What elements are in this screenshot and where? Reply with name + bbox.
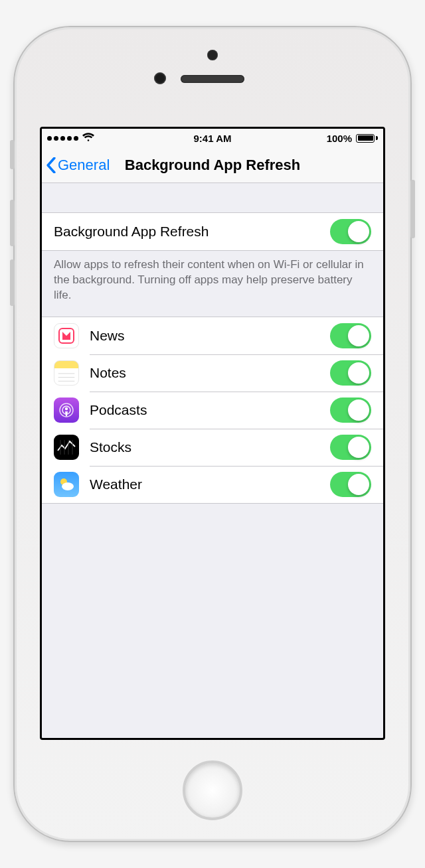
app-row-news: News [42, 317, 383, 354]
back-label: General [58, 157, 110, 174]
bottom-bezel [183, 740, 242, 841]
power-button [410, 180, 415, 238]
sensor-dot [207, 50, 218, 60]
earpiece-speaker [181, 75, 244, 83]
app-toggle-stocks[interactable] [330, 435, 371, 460]
notes-icon [54, 360, 79, 386]
svg-point-12 [62, 482, 74, 490]
app-label: Stocks [90, 439, 330, 455]
news-icon [54, 323, 79, 348]
chevron-left-icon [46, 157, 56, 173]
app-row-weather: Weather [42, 466, 383, 503]
volume-down-button [10, 259, 15, 306]
app-toggle-notes[interactable] [330, 360, 371, 386]
battery-icon [356, 134, 378, 143]
app-row-notes: Notes [42, 354, 383, 392]
app-label: Weather [90, 476, 330, 492]
battery-percent: 100% [327, 133, 352, 144]
status-bar: 9:41 AM 100% [42, 129, 383, 147]
apps-group: News Notes Podcasts [42, 317, 383, 504]
master-toggle-group: Background App Refresh [42, 212, 383, 251]
app-label: Podcasts [90, 402, 330, 418]
top-bezel [15, 27, 410, 127]
app-row-podcasts: Podcasts [42, 392, 383, 429]
home-button[interactable] [183, 760, 242, 820]
iphone-device-frame: 9:41 AM 100% General Background App Refr… [13, 26, 412, 842]
group-footer-text: Allow apps to refresh their content when… [42, 251, 383, 317]
wifi-icon [82, 133, 94, 144]
volume-up-button [10, 200, 15, 246]
screen: 9:41 AM 100% General Background App Refr… [40, 127, 385, 740]
navigation-bar: General Background App Refresh [42, 147, 383, 183]
app-label: Notes [90, 365, 330, 381]
app-row-stocks: Stocks [42, 429, 383, 466]
master-toggle-row: Background App Refresh [42, 213, 383, 250]
status-time: 9:41 AM [194, 133, 232, 144]
podcasts-icon [54, 398, 79, 423]
page-title: Background App Refresh [125, 157, 300, 174]
mute-switch [10, 140, 15, 169]
svg-point-6 [65, 407, 68, 410]
master-toggle[interactable] [330, 219, 371, 244]
back-button[interactable]: General [46, 157, 110, 174]
weather-icon [54, 472, 79, 497]
app-toggle-weather[interactable] [330, 472, 371, 497]
cellular-signal-icon [47, 136, 78, 141]
front-camera [154, 72, 166, 84]
app-toggle-news[interactable] [330, 323, 371, 348]
stocks-icon [54, 435, 79, 460]
app-label: News [90, 328, 330, 344]
app-toggle-podcasts[interactable] [330, 398, 371, 423]
master-toggle-label: Background App Refresh [54, 224, 330, 240]
